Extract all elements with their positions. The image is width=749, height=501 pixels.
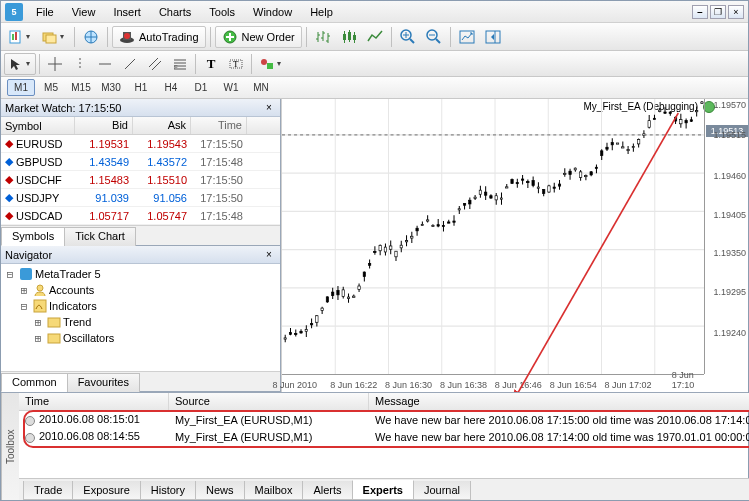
crosshair-icon — [47, 56, 63, 72]
autotrading-button[interactable]: AutoTrading — [112, 26, 206, 48]
toolbox-tab-news[interactable]: News — [195, 481, 245, 500]
col-ask[interactable]: Ask — [133, 117, 191, 134]
svg-line-17 — [410, 39, 414, 43]
market-watch-row[interactable]: ◆USDJPY91.03991.05617:15:50 — [1, 189, 280, 207]
col-symbol[interactable]: Symbol — [1, 117, 75, 134]
crosshair-button[interactable] — [43, 53, 67, 75]
row-source: My_First_EA (EURUSD,M1) — [169, 414, 369, 426]
mdi-controls: ‒ ❐ × — [692, 5, 746, 19]
timeframe-W1[interactable]: W1 — [217, 79, 245, 96]
toolbox-tab-journal[interactable]: Journal — [413, 481, 471, 500]
menu-help[interactable]: Help — [301, 3, 342, 21]
chart-area[interactable]: My_First_EA (Debugging) 1.19513 1.195701… — [281, 99, 748, 392]
svg-rect-202 — [680, 120, 682, 124]
toolbox-row[interactable]: 2010.06.08 08:15:01My_First_EA (EURUSD,M… — [19, 411, 749, 428]
text-label-button[interactable]: T — [224, 53, 248, 75]
navigator-header[interactable]: Navigator × — [1, 246, 280, 264]
svg-rect-112 — [442, 225, 444, 226]
svg-rect-2 — [15, 32, 17, 40]
vline-button[interactable] — [68, 53, 92, 75]
toolbox-tab-alerts[interactable]: Alerts — [302, 481, 352, 500]
chart-shift-button[interactable] — [481, 26, 505, 48]
col-source[interactable]: Source — [169, 393, 369, 410]
toolbox-tab-exposure[interactable]: Exposure — [72, 481, 140, 500]
tree-indicators[interactable]: ⊟Indicators — [3, 298, 278, 314]
tab-common[interactable]: Common — [1, 373, 68, 392]
mdi-restore-button[interactable]: ❐ — [710, 5, 726, 19]
market-watch-header[interactable]: Market Watch: 17:15:50 × — [1, 99, 280, 117]
timeframe-D1[interactable]: D1 — [187, 79, 215, 96]
close-icon[interactable]: × — [262, 101, 276, 115]
chart-candles-button[interactable] — [337, 26, 361, 48]
toolbox-row[interactable]: 2010.06.08 08:14:55My_First_EA (EURUSD,M… — [19, 428, 749, 445]
chevron-down-icon: ▾ — [58, 32, 66, 41]
tab-symbols[interactable]: Symbols — [1, 227, 65, 246]
timeframe-M5[interactable]: M5 — [37, 79, 65, 96]
svg-rect-170 — [595, 167, 597, 168]
dir-icon: ◆ — [5, 191, 13, 204]
toolbox-tab-history[interactable]: History — [140, 481, 196, 500]
timeframe-H1[interactable]: H1 — [127, 79, 155, 96]
market-watch-toggle[interactable] — [79, 26, 103, 48]
navigator-tree[interactable]: ⊟MetaTrader 5 ⊞Accounts ⊟Indicators ⊞Tre… — [1, 264, 280, 371]
zoom-out-button[interactable] — [422, 26, 446, 48]
tree-trend[interactable]: ⊞Trend — [3, 314, 278, 330]
menu-window[interactable]: Window — [244, 3, 301, 21]
menu-file[interactable]: File — [27, 3, 63, 21]
profiles-button[interactable]: ▾ — [38, 26, 70, 48]
market-watch-row[interactable]: ◆USDCAD1.057171.0574717:15:48 — [1, 207, 280, 225]
toolbox-tab-experts[interactable]: Experts — [352, 480, 414, 500]
time-value: 17:15:48 — [191, 156, 247, 168]
svg-rect-130 — [490, 196, 492, 198]
objects-button[interactable]: ▾ — [255, 53, 287, 75]
col-time[interactable]: Time — [191, 117, 247, 134]
svg-rect-158 — [564, 173, 566, 174]
timeframe-MN[interactable]: MN — [247, 79, 275, 96]
tab-tick-chart[interactable]: Tick Chart — [64, 227, 136, 246]
hline-button[interactable] — [93, 53, 117, 75]
tree-root[interactable]: ⊟MetaTrader 5 — [3, 266, 278, 282]
market-watch-row[interactable]: ◆GBPUSD1.435491.4357217:15:48 — [1, 153, 280, 171]
svg-rect-37 — [48, 334, 60, 343]
chart-line-button[interactable] — [363, 26, 387, 48]
mdi-close-button[interactable]: × — [728, 5, 744, 19]
menu-view[interactable]: View — [63, 3, 105, 21]
mdi-min-button[interactable]: ‒ — [692, 5, 708, 19]
svg-rect-190 — [648, 121, 650, 128]
svg-rect-36 — [48, 318, 60, 327]
col-bid[interactable]: Bid — [75, 117, 133, 134]
tree-accounts[interactable]: ⊞Accounts — [3, 282, 278, 298]
toolbox-tab-mailbox[interactable]: Mailbox — [244, 481, 304, 500]
text-button[interactable]: T — [199, 53, 223, 75]
scroll-icon — [459, 29, 475, 45]
chart-bars-button[interactable] — [311, 26, 335, 48]
toolbox-tab-trade[interactable]: Trade — [23, 481, 73, 500]
close-icon[interactable]: × — [262, 248, 276, 262]
timeframe-M1[interactable]: M1 — [7, 79, 35, 96]
new-order-button[interactable]: New Order — [215, 26, 302, 48]
y-tick: 1.19350 — [713, 248, 746, 258]
trendline-button[interactable] — [118, 53, 142, 75]
fibo-button[interactable]: F — [168, 53, 192, 75]
timeframe-M15[interactable]: M15 — [67, 79, 95, 96]
market-watch-row[interactable]: ◆EURUSD1.195311.1954317:15:50 — [1, 135, 280, 153]
cursor-button[interactable]: ▾ — [4, 53, 36, 75]
timeframe-H4[interactable]: H4 — [157, 79, 185, 96]
menu-tools[interactable]: Tools — [200, 3, 244, 21]
folders-icon — [42, 29, 58, 45]
equidistant-button[interactable] — [143, 53, 167, 75]
tree-oscillators[interactable]: ⊞Oscillators — [3, 330, 278, 346]
timeframe-M30[interactable]: M30 — [97, 79, 125, 96]
menu-charts[interactable]: Charts — [150, 3, 200, 21]
market-watch-row[interactable]: ◆USDCHF1.154831.1551017:15:50 — [1, 171, 280, 189]
toolbox-handle[interactable]: Toolbox — [1, 393, 19, 500]
col-message[interactable]: Message — [369, 393, 749, 410]
navigator-tabs: Common Favourites — [1, 371, 280, 391]
col-time[interactable]: Time — [19, 393, 169, 410]
auto-scroll-button[interactable] — [455, 26, 479, 48]
tab-favourites[interactable]: Favourites — [67, 373, 140, 392]
zoom-in-button[interactable] — [396, 26, 420, 48]
new-chart-button[interactable]: ▾ — [4, 26, 36, 48]
menu-insert[interactable]: Insert — [104, 3, 150, 21]
svg-rect-126 — [479, 190, 481, 194]
